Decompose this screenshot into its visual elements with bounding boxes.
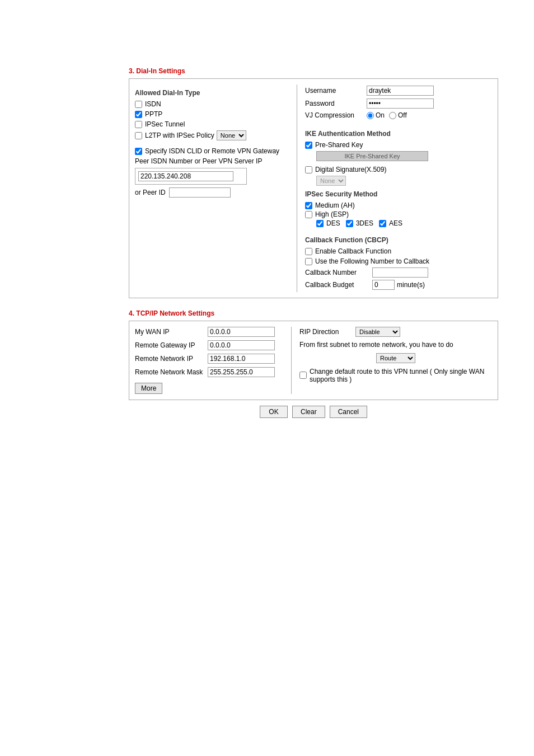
remote-network-ip-input[interactable] — [208, 354, 275, 364]
vj-on-label: On — [376, 111, 385, 119]
medium-ah-row: Medium (AH) — [305, 201, 492, 209]
change-default-checkbox[interactable] — [299, 372, 307, 379]
pptp-row: PPTP — [135, 110, 291, 118]
isdn-checkbox[interactable] — [135, 101, 142, 108]
digital-sig-checkbox[interactable] — [305, 166, 312, 173]
ipsec-security-section: Medium (AH) High (ESP) DES 3DES AES — [305, 201, 492, 227]
minute-label: minute(s) — [397, 281, 425, 289]
callback-budget-label: Callback Budget — [305, 281, 372, 289]
my-wan-ip-row: My WAN IP — [135, 327, 285, 337]
callback-number-input[interactable] — [372, 267, 428, 278]
section3-title: 3. Dial-In Settings — [129, 67, 498, 75]
high-esp-checkbox[interactable] — [305, 211, 312, 218]
l2tp-row: L2TP with IPSec Policy None — [135, 130, 291, 140]
vj-on-radio[interactable] — [367, 112, 374, 119]
l2tp-ipsec-select[interactable]: None — [217, 130, 246, 140]
route-select-row: Route — [299, 353, 492, 363]
section3-box: Allowed Dial-In Type ISDN PPTP IPSec Tun… — [129, 78, 498, 298]
ipsec-checkbox[interactable] — [135, 121, 142, 128]
from-first-subnet-desc: From first subnet to remote network, you… — [299, 340, 492, 350]
vj-label: VJ Compression — [305, 111, 367, 119]
username-input[interactable] — [367, 86, 434, 96]
callback-budget-row: Callback Budget minute(s) — [305, 280, 492, 290]
cancel-button[interactable]: Cancel — [330, 406, 367, 418]
high-esp-row: High (ESP) — [305, 210, 492, 218]
pptp-checkbox[interactable] — [135, 111, 142, 118]
remote-gateway-ip-input[interactable] — [208, 340, 275, 350]
more-button[interactable]: More — [135, 383, 162, 394]
my-wan-ip-input[interactable] — [208, 327, 275, 337]
peer-id-input[interactable] — [169, 187, 231, 198]
3des-checkbox[interactable] — [346, 220, 353, 227]
l2tp-label: L2TP with IPSec Policy — [145, 132, 214, 139]
rip-direction-label: RIP Direction — [299, 328, 355, 336]
ipsec-security-title: IPSec Security Method — [305, 190, 492, 198]
my-wan-ip-label: My WAN IP — [135, 328, 208, 336]
left-panel: Allowed Dial-In Type ISDN PPTP IPSec Tun… — [135, 84, 297, 292]
remote-gateway-ip-label: Remote Gateway IP — [135, 341, 208, 349]
specify-isdn-checkbox[interactable] — [135, 148, 142, 155]
medium-ah-label: Medium (AH) — [315, 201, 355, 209]
action-buttons: OK Clear Cancel — [129, 406, 498, 418]
ipsec-label: IPSec Tunnel — [145, 120, 185, 128]
pre-shared-key-label: Pre-Shared Key — [315, 141, 363, 149]
use-following-checkbox[interactable] — [305, 258, 312, 265]
peer-ip-box — [135, 168, 247, 185]
enable-callback-label: Enable Callback Function — [315, 247, 391, 255]
clear-button[interactable]: Clear — [292, 406, 325, 418]
callback-budget-input[interactable] — [372, 280, 395, 290]
aes-checkbox[interactable] — [379, 220, 386, 227]
change-default-label: Change default route to this VPN tunnel … — [310, 368, 492, 383]
right-panel: Username Password VJ Compression On Off — [297, 84, 492, 292]
callback-number-row: Callback Number — [305, 267, 492, 278]
username-label: Username — [305, 87, 367, 95]
specify-isdn-label: Specify ISDN CLID or Remote VPN Gateway — [145, 147, 279, 155]
callback-title: Callback Function (CBCP) — [305, 236, 492, 244]
change-default-checkbox-row: Change default route to this VPN tunnel … — [299, 368, 492, 383]
remote-network-ip-row: Remote Network IP — [135, 354, 285, 364]
callback-number-label: Callback Number — [305, 269, 372, 276]
isdn-label: ISDN — [145, 100, 161, 108]
ike-pre-shared-key-btn[interactable] — [316, 151, 428, 161]
password-label: Password — [305, 100, 367, 107]
enable-callback-checkbox[interactable] — [305, 248, 312, 255]
change-default-row: Change default route to this VPN tunnel … — [299, 368, 492, 383]
vj-compression-row: VJ Compression On Off — [305, 111, 492, 119]
username-row: Username — [305, 86, 492, 96]
high-esp-label: High (ESP) — [315, 210, 349, 218]
route-select[interactable]: Route — [376, 353, 415, 363]
vj-off-radio[interactable] — [389, 112, 396, 119]
l2tp-checkbox[interactable] — [135, 132, 142, 139]
peer-id-row: or Peer ID — [135, 187, 291, 198]
remote-network-mask-label: Remote Network Mask — [135, 368, 208, 376]
pre-shared-key-row: Pre-Shared Key — [305, 141, 492, 149]
remote-network-mask-input[interactable] — [208, 367, 275, 377]
des-checkbox[interactable] — [316, 220, 324, 227]
peer-id-label: or Peer ID — [135, 189, 166, 196]
medium-ah-checkbox[interactable] — [305, 202, 312, 209]
digital-sig-row: Digital Signature(X.509) — [305, 166, 492, 173]
enable-callback-row: Enable Callback Function — [305, 247, 492, 255]
section4-title: 4. TCP/IP Network Settings — [129, 309, 498, 317]
vj-radio-group: On Off — [367, 111, 411, 119]
rip-direction-select[interactable]: Disable — [355, 327, 400, 337]
section4-right: RIP Direction Disable From first subnet … — [292, 327, 492, 394]
aes-label: AES — [389, 219, 402, 227]
pptp-label: PPTP — [145, 110, 162, 118]
section4-left: My WAN IP Remote Gateway IP Remote Netwo… — [135, 327, 292, 394]
ok-button[interactable]: OK — [260, 406, 288, 418]
password-input[interactable] — [367, 98, 434, 109]
vj-off-label: Off — [398, 111, 407, 119]
isdn-row: ISDN — [135, 100, 291, 108]
pre-shared-key-checkbox[interactable] — [305, 142, 312, 149]
remote-network-ip-label: Remote Network IP — [135, 355, 208, 363]
des-label: DES — [326, 219, 340, 227]
peer-isdn-label: Peer ISDN Number or Peer VPN Server IP — [135, 157, 291, 165]
3des-label: 3DES — [356, 219, 373, 227]
use-following-label: Use the Following Number to Callback — [315, 257, 429, 265]
rip-direction-row: RIP Direction Disable — [299, 327, 492, 337]
peer-isdn-input[interactable] — [138, 171, 233, 181]
use-following-number-row: Use the Following Number to Callback — [305, 257, 492, 265]
des-row: DES 3DES AES — [305, 219, 492, 227]
remote-network-mask-row: Remote Network Mask — [135, 367, 285, 377]
